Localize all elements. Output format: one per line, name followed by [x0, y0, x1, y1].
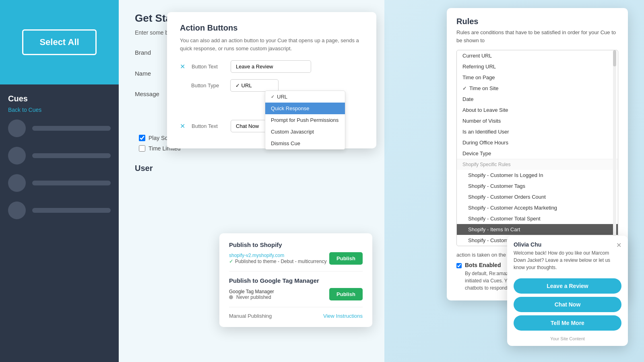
shopify-publish-button[interactable]: Publish [329, 252, 363, 265]
action-buttons-desc: You can also add an action button to you… [180, 37, 363, 52]
manual-publish-row: Manual Publishing View Instructions [229, 313, 363, 319]
dropdown-item-js[interactable]: Custom Javascript [265, 126, 345, 138]
publish-modal: Publish to Shopify shopify-v2.myshopify.… [219, 233, 372, 327]
sidebar-bar [32, 153, 111, 158]
checkmark-icon: ✓ [271, 94, 275, 99]
rules-item-shopify-tags[interactable]: Shopify - Customer Tags [457, 181, 618, 191]
rules-item-shopify-logged-in[interactable]: Shopify - Customer Is Logged In [457, 170, 618, 181]
dropdown-label: Prompt for Push Permissions [271, 117, 339, 123]
list-item [8, 202, 111, 219]
dropdown-item-quick-response[interactable]: Quick Response [265, 103, 345, 114]
widget-header: Olivia Chu Welcome back! How do you like… [507, 236, 628, 275]
gtm-status-icon [229, 295, 233, 299]
gtm-info: Google Tag Manager Never published [229, 289, 274, 300]
sidebar-top: Select All [0, 0, 119, 84]
checkmark-icon: ✓ [462, 85, 467, 91]
dropdown-label: Quick Response [271, 105, 309, 111]
widget-user-name: Olivia Chu [514, 241, 616, 248]
rules-item-time-on-page[interactable]: Time on Page [457, 72, 618, 83]
gtm-status: Never published [229, 294, 274, 300]
avatar [8, 174, 26, 192]
nav-title: Cues [8, 94, 111, 103]
dropdown-item-dismiss[interactable]: Dismiss Cue [265, 138, 345, 149]
shopify-rules-header: Shopify Specific Rules [457, 159, 618, 170]
avatar [8, 202, 26, 219]
rules-item-shopify-items-cart[interactable]: Shopify - Items In Cart [457, 224, 618, 235]
rules-item-shopify-marketing[interactable]: Shopify - Customer Accepts Marketing [457, 202, 618, 213]
dropdown-label: Dismiss Cue [271, 140, 300, 146]
widget-message: Welcome back! How do you like our Marcom… [514, 249, 616, 271]
sidebar-nav: Cues Back to Cues [0, 84, 119, 362]
scrollbar-thumb[interactable] [613, 50, 616, 66]
widget-chat-now-button[interactable]: Chat Now [514, 297, 621, 312]
gtm-publish-row: Google Tag Manager Never published Publi… [229, 288, 363, 300]
button1-text-label: Button Text [192, 64, 226, 70]
rules-item-device-type[interactable]: Device Type [457, 148, 618, 159]
user-section-label: User [135, 164, 368, 173]
shopify-status: ✓ Published to theme - Debut - multicurr… [229, 258, 326, 264]
sidebar-bar [32, 208, 111, 213]
avatar [8, 119, 26, 137]
widget-content-group: Olivia Chu Welcome back! How do you like… [514, 241, 616, 271]
play-sound-checkbox[interactable] [139, 135, 145, 141]
shopify-status-text: Published to theme - Debut - multicurren… [235, 259, 326, 264]
rules-desc: Rules are conditions that have to be sat… [456, 29, 618, 44]
divider [229, 271, 363, 272]
shopify-url: shopify-v2.myshopify.com [229, 253, 326, 258]
view-instructions-link[interactable]: View Instructions [323, 313, 363, 319]
close-button1-icon[interactable]: ✕ [180, 63, 185, 70]
check-icon: ✓ [229, 258, 233, 264]
rules-item-shopify-orders[interactable]: Shopify - Customer Orders Count [457, 191, 618, 202]
rules-item-shopify-total-spent[interactable]: Shopify - Customer Total Spent [457, 213, 618, 224]
rules-item-referring-url[interactable]: Referring URL [457, 61, 618, 72]
rules-item-about-to-leave[interactable]: About to Leave Site [457, 105, 618, 115]
divider-2 [229, 307, 363, 307]
shopify-publish-row: shopify-v2.myshopify.com ✓ Published to … [229, 252, 363, 265]
widget-tell-more-button[interactable]: Tell Me More [514, 315, 621, 331]
dropdown-label: URL [277, 94, 287, 100]
brand-label: Brand [135, 49, 171, 56]
rules-item-time-on-site[interactable]: ✓ Time on Site [457, 83, 618, 94]
rules-item-number-visits[interactable]: Number of Visits [457, 115, 618, 126]
dropdown-item-url[interactable]: ✓ URL [265, 91, 345, 103]
list-item [8, 174, 111, 192]
shopify-info: shopify-v2.myshopify.com ✓ Published to … [229, 253, 326, 264]
button1-type-label: Button Type [191, 82, 225, 88]
scrollbar-track [613, 50, 616, 246]
avatar [8, 147, 26, 165]
widget-close-icon[interactable]: ✕ [616, 241, 621, 249]
rules-dropdown: Current URL Referring URL Time on Page ✓… [456, 50, 618, 246]
rules-item-date[interactable]: Date [457, 94, 618, 105]
button1-text-input[interactable] [231, 60, 311, 73]
back-to-cues-link[interactable]: Back to Cues [8, 107, 111, 113]
dropdown-label: Custom Javascript [271, 129, 314, 135]
action-buttons-modal: Action Buttons You can also add an actio… [167, 12, 376, 148]
gtm-status-text: Never published [236, 294, 271, 300]
rules-title: Rules [456, 17, 618, 26]
button1-type-row: Button Type ✓ URL Quick Response Prompt … [191, 79, 363, 92]
button1-type-input[interactable] [230, 79, 279, 92]
manual-publish-label: Manual Publishing [229, 313, 272, 319]
bots-checkbox[interactable] [456, 263, 462, 269]
widget-buttons: Leave a Review Chat Now Tell Me More [507, 275, 628, 333]
close-button2-icon[interactable]: ✕ [180, 122, 185, 130]
button2-text-label: Button Text [192, 123, 226, 129]
rules-item-current-url[interactable]: Current URL [457, 50, 618, 61]
dropdown-item-push[interactable]: Prompt for Push Permissions [265, 114, 345, 126]
preview-widget: Olivia Chu Welcome back! How do you like… [507, 236, 628, 346]
message-label: Message [135, 90, 171, 97]
select-all-button[interactable]: Select All [22, 29, 96, 55]
button1-text-row: ✕ Button Text [180, 60, 363, 73]
time-limited-checkbox[interactable] [139, 145, 145, 152]
widget-site-label: Your Site Content [507, 333, 628, 346]
rules-item-identified-user[interactable]: Is an Identified User [457, 126, 618, 137]
gtm-publish-title: Publish to Google Tag Manager [229, 277, 363, 284]
sidebar: Select All Cues Back to Cues [0, 0, 119, 362]
gtm-service: Google Tag Manager [229, 289, 274, 294]
rules-item-office-hours[interactable]: During Office Hours [457, 137, 618, 148]
action-buttons-title: Action Buttons [180, 23, 363, 33]
list-item [8, 147, 111, 165]
gtm-publish-button[interactable]: Publish [329, 288, 363, 300]
name-label: Name [135, 70, 171, 77]
widget-leave-review-button[interactable]: Leave a Review [514, 278, 621, 294]
